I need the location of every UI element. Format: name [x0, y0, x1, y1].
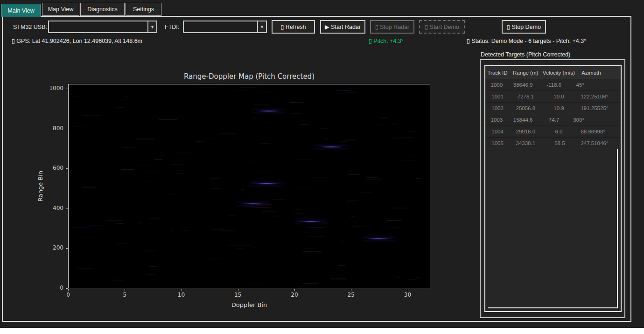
table-row[interactable]: 100429916.06.088.66998°	[485, 126, 621, 138]
table-row[interactable]: 100534338.1-58.5247.51046°	[485, 138, 621, 149]
noise-speckle	[231, 138, 244, 138]
noise-speckle	[344, 139, 357, 140]
noise-speckle	[203, 87, 216, 88]
tab-diagnostics-label: Diagnostics	[87, 6, 118, 13]
tab-diagnostics[interactable]: Diagnostics	[80, 3, 125, 16]
noise-speckle	[236, 90, 248, 91]
noise-speckle	[77, 268, 93, 269]
noise-speckle	[252, 118, 257, 118]
targets-table-body: 100038646.9-118.645°10017276.110.0122.25…	[485, 79, 621, 149]
x-tick-mark	[294, 289, 295, 291]
refresh-button[interactable]: ▯ Refresh	[272, 20, 315, 34]
noise-speckle	[219, 133, 236, 134]
noise-speckle	[82, 187, 97, 188]
noise-speckle	[200, 144, 217, 144]
cell-velocity-ms: 74.7	[538, 117, 570, 123]
start-radar-button[interactable]: ▶ Start Radar	[320, 20, 365, 34]
targets-table-header: Track IDRange (m)Velocity (m/s)Azimuth	[485, 66, 621, 79]
x-tick-label: 0	[59, 292, 77, 298]
stop-demo-button[interactable]: ▯ Stop Demo	[502, 20, 546, 34]
noise-speckle	[390, 146, 396, 146]
cell-track-id: 1000	[485, 82, 508, 88]
detection-streak	[362, 238, 395, 240]
noise-speckle	[228, 215, 237, 216]
noise-speckle	[78, 92, 94, 92]
noise-speckle	[396, 179, 404, 179]
noise-speckle	[211, 188, 221, 189]
noise-speckle	[240, 87, 257, 88]
noise-speckle	[211, 142, 217, 143]
noise-speckle	[324, 139, 329, 139]
tab-map-view[interactable]: Map View	[42, 3, 79, 16]
noise-speckle	[116, 113, 120, 113]
detection-streak	[315, 146, 347, 148]
cell-azimuth: 247.51046°	[576, 140, 621, 146]
ftdi-dropdown-button[interactable]: ▼	[257, 21, 266, 32]
cell-azimuth: 122.25106°	[576, 94, 621, 99]
noise-speckle	[305, 248, 315, 249]
column-header: Range (m)	[510, 70, 541, 76]
noise-speckle	[393, 208, 406, 209]
x-tick-label: 20	[285, 292, 304, 298]
noise-speckle	[310, 236, 325, 237]
table-row[interactable]: 100038646.9-118.645°	[485, 79, 621, 91]
table-scrollbar-line-vertical	[617, 149, 618, 308]
stop-radar-button[interactable]: ▯ Stop Radar	[370, 20, 414, 34]
noise-speckle	[85, 282, 103, 282]
noise-speckle	[350, 92, 355, 93]
cell-velocity-ms: 10.9	[542, 105, 576, 111]
noise-speckle	[338, 265, 346, 266]
cell-azimuth: 45°	[570, 82, 621, 88]
range-doppler-plot-canvas	[68, 84, 430, 288]
noise-speckle	[141, 181, 149, 181]
noise-speckle	[329, 112, 332, 112]
start-demo-button[interactable]: ▯ Start Demo	[419, 20, 465, 34]
stm32-usb-dropdown-button[interactable]: ▼	[147, 21, 156, 32]
noise-speckle	[347, 200, 358, 201]
noise-speckle	[297, 286, 306, 286]
noise-speckle	[136, 139, 155, 139]
noise-speckle	[105, 220, 122, 221]
chevron-down-icon: ▼	[260, 25, 264, 29]
y-tick-mark	[66, 89, 68, 89]
noise-speckle	[416, 178, 421, 179]
y-tick-label: 200	[27, 244, 63, 251]
noise-speckle	[105, 131, 116, 131]
noise-speckle	[395, 277, 402, 278]
noise-speckle	[116, 244, 128, 244]
noise-speckle	[253, 173, 271, 173]
noise-speckle	[358, 192, 371, 193]
tab-settings[interactable]: Settings	[126, 3, 161, 16]
targets-table: Track IDRange (m)Velocity (m/s)Azimuth 1…	[484, 65, 622, 312]
noise-speckle	[69, 118, 78, 118]
stm32-usb-label: STM32 USB:	[13, 24, 47, 30]
noise-speckle	[392, 124, 397, 125]
noise-speckle	[379, 118, 388, 118]
noise-speckle	[388, 106, 399, 106]
table-scrollbar-line-horizontal	[488, 307, 618, 308]
x-tick-mark	[408, 289, 408, 291]
noise-speckle	[177, 228, 192, 228]
y-tick-mark	[66, 209, 68, 209]
noise-speckle	[397, 92, 403, 92]
noise-speckle	[296, 160, 314, 160]
noise-speckle	[203, 92, 211, 92]
ftdi-combobox[interactable]: ▼	[183, 21, 267, 33]
table-row[interactable]: 100225056.810.9191.25525°	[485, 103, 621, 114]
noise-speckle	[72, 126, 85, 126]
noise-speckle	[252, 207, 271, 208]
ftdi-combobox-value	[184, 21, 257, 32]
noise-speckle	[338, 238, 355, 238]
noise-speckle	[171, 164, 185, 165]
table-row[interactable]: 100315844.674.7300°	[485, 114, 621, 126]
tab-main-view[interactable]: Main View	[1, 4, 41, 17]
noise-speckle	[182, 230, 188, 231]
noise-speckle	[416, 277, 420, 278]
x-tick-mark	[125, 289, 125, 291]
noise-speckle	[165, 194, 176, 195]
noise-speckle	[222, 230, 229, 231]
stm32-usb-combobox[interactable]: ▼	[48, 21, 157, 33]
chart-title: Range-Doppler Map (Pitch Corrected)	[68, 72, 430, 81]
tab-map-view-label: Map View	[48, 6, 74, 13]
table-row[interactable]: 10017276.110.0122.25106°	[485, 91, 621, 103]
